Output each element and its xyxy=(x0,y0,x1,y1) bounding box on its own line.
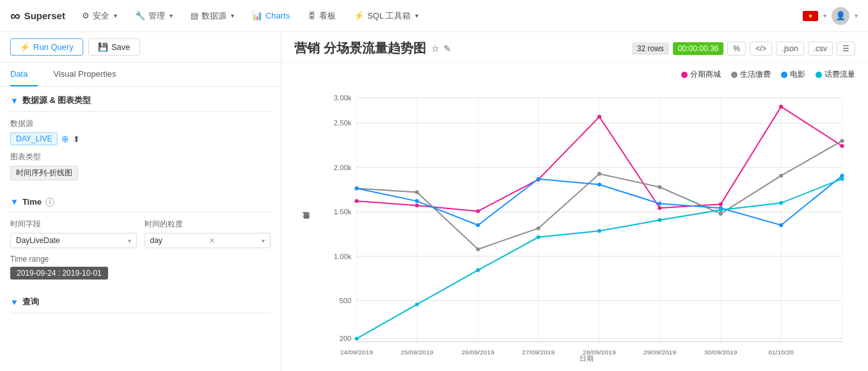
svg-text:28/09/2019: 28/09/2019 xyxy=(583,349,616,356)
dot-huafei-5 xyxy=(658,218,661,222)
logo-text: Superset xyxy=(24,10,65,21)
chevron-down-icon: ▾ xyxy=(231,12,234,19)
chart-icon: 📊 xyxy=(252,11,262,20)
svg-text:2.50k: 2.50k xyxy=(334,120,352,127)
chevron-down-icon: ▾ xyxy=(823,12,826,19)
dot-huafei-8 xyxy=(840,177,844,181)
svg-text:1.00k: 1.00k xyxy=(334,253,352,260)
clear-icon[interactable]: ✕ xyxy=(209,237,215,245)
section-query-title: 查询 xyxy=(22,296,39,308)
collapse-arrow-icon: ▼ xyxy=(10,96,19,106)
json-button[interactable]: .json xyxy=(776,42,803,56)
csv-button[interactable]: .csv xyxy=(808,42,833,56)
legend-item-shenghuo: 生活缴费 xyxy=(731,69,771,80)
dot-huafei-6 xyxy=(719,208,723,212)
code-button[interactable]: </> xyxy=(750,42,772,56)
legend-dot-huafei xyxy=(816,72,822,78)
dot-fenqi-7 xyxy=(779,105,783,109)
time-range-badge[interactable]: 2019-09-24 : 2019-10-01 xyxy=(10,267,108,280)
chevron-down-icon: ▾ xyxy=(855,12,858,19)
section-datasource-header[interactable]: ▼ 数据源 & 图表类型 xyxy=(0,87,281,111)
nav-label-charts: Charts xyxy=(265,11,290,20)
run-query-button[interactable]: ⚡ Run Query xyxy=(10,38,83,56)
legend-item-huafei: 话费流量 xyxy=(816,69,855,80)
datasource-value-tag[interactable]: DAY_LIVE xyxy=(10,132,58,145)
legend-item-fenqi: 分期商城 xyxy=(681,69,721,80)
nav-item-dashboard[interactable]: 🎛 看板 xyxy=(300,6,343,26)
chart-type-value-tag[interactable]: 时间序列-折线图 xyxy=(10,166,78,180)
upload-icon[interactable]: ⬆ xyxy=(73,134,80,144)
time-fields-group: 时间字段 DayLiveDate ▾ 时间的粒度 day ✕ ▾ xyxy=(0,212,281,255)
dot-fenqi-1 xyxy=(415,203,419,207)
edit-icon[interactable]: ✎ xyxy=(443,43,451,54)
section-time-header[interactable]: ▼ Time i xyxy=(0,189,281,212)
nav-item-sql[interactable]: ⚡ SQL 工具箱 ▾ xyxy=(346,6,426,26)
nav-right: ★ ▾ 👤 ▾ xyxy=(803,7,858,25)
legend-dot-fenqi xyxy=(681,72,688,78)
nav-item-security[interactable]: ⚙ 安全 ▾ xyxy=(74,6,125,26)
dot-fenqi-6 xyxy=(719,202,723,206)
chart-area: 分期商城 生活缴费 电影 话费流量 唯数量里 xyxy=(281,63,868,371)
rows-badge: 32 rows xyxy=(632,42,669,55)
dot-dianying-3 xyxy=(537,177,541,181)
chevron-down-icon: ▾ xyxy=(262,237,265,244)
star-icon[interactable]: ☆ xyxy=(431,43,439,54)
flag-icon[interactable]: ★ xyxy=(803,11,818,21)
nav-label-dashboard: 看板 xyxy=(319,10,336,22)
legend-label-huafei: 话费流量 xyxy=(825,69,855,80)
time-field-label: 时间字段 xyxy=(10,219,137,230)
chevron-down-icon: ▾ xyxy=(170,12,173,19)
nav-item-charts[interactable]: 📊 Charts xyxy=(244,7,297,24)
time-badge: 00:00:00.36 xyxy=(673,42,723,55)
dot-shenghuo-1 xyxy=(415,190,419,194)
dot-dianying-1 xyxy=(415,199,419,203)
user-avatar[interactable]: 👤 xyxy=(832,7,849,25)
legend-item-dianying: 电影 xyxy=(781,69,805,80)
section-query-header[interactable]: ▼ 查询 xyxy=(0,288,281,313)
gear-icon: ⚙ xyxy=(82,11,90,20)
dot-shenghuo-8 xyxy=(840,139,844,143)
dot-huafei-4 xyxy=(597,229,601,233)
svg-text:27/09/2019: 27/09/2019 xyxy=(522,349,555,356)
nav-item-manage[interactable]: 🔧 管理 ▾ xyxy=(127,6,180,26)
menu-button[interactable]: ☰ xyxy=(837,42,855,56)
app-logo[interactable]: ∞ Superset xyxy=(10,8,65,24)
chart-title-text: 营销 分场景流量趋势图 xyxy=(294,40,426,57)
save-icon: 💾 xyxy=(98,42,108,52)
svg-text:200: 200 xyxy=(340,335,352,343)
right-panel: 营销 分场景流量趋势图 ☆ ✎ 32 rows 00:00:00.36 % </… xyxy=(281,32,868,371)
lightning-icon: ⚡ xyxy=(20,42,30,52)
legend-dot-shenghuo xyxy=(731,72,738,78)
add-datasource-icon[interactable]: ⊕ xyxy=(61,134,69,144)
svg-text:500: 500 xyxy=(340,297,352,304)
granularity-label: 时间的粒度 xyxy=(145,219,271,230)
time-field-select[interactable]: DayLiveDate ▾ xyxy=(10,233,137,248)
chart-title-area: 营销 分场景流量趋势图 ☆ ✎ xyxy=(294,40,451,57)
nav-label-manage: 管理 xyxy=(148,10,165,22)
dot-fenqi-5 xyxy=(658,206,661,210)
toolbar: ⚡ Run Query 💾 Save xyxy=(0,32,281,63)
nav-item-datasource[interactable]: ▤ 数据源 ▾ xyxy=(183,6,242,26)
dot-dianying-4 xyxy=(597,183,601,187)
tab-data[interactable]: Data xyxy=(10,63,38,86)
dot-dianying-2 xyxy=(476,223,480,227)
svg-text:26/09/2019: 26/09/2019 xyxy=(462,349,495,356)
dot-huafei-3 xyxy=(537,235,541,239)
nav-label-datasource: 数据源 xyxy=(201,10,226,22)
line-chart-svg: 200 500 1.00k 1.50k 2.00k 2.50k 3.00k 24… xyxy=(317,85,855,364)
save-button[interactable]: 💾 Save xyxy=(88,38,140,56)
dot-huafei-7 xyxy=(779,201,783,205)
dot-shenghuo-2 xyxy=(476,248,480,251)
dot-shenghuo-5 xyxy=(658,186,661,189)
svg-text:25/09/2019: 25/09/2019 xyxy=(400,349,434,356)
collapse-arrow-icon: ▼ xyxy=(10,297,19,307)
percent-button[interactable]: % xyxy=(727,42,746,56)
svg-text:01/10/20: 01/10/20 xyxy=(768,349,794,356)
chart-type-label: 图表类型 xyxy=(10,152,271,162)
granularity-select[interactable]: day ✕ ▾ xyxy=(145,233,271,248)
dot-shenghuo-6 xyxy=(719,212,723,216)
tab-visual-properties[interactable]: Visual Properties xyxy=(53,63,126,86)
dot-huafei-1 xyxy=(415,303,419,306)
dot-dianying-5 xyxy=(658,201,661,205)
svg-text:3.00k: 3.00k xyxy=(334,94,352,102)
